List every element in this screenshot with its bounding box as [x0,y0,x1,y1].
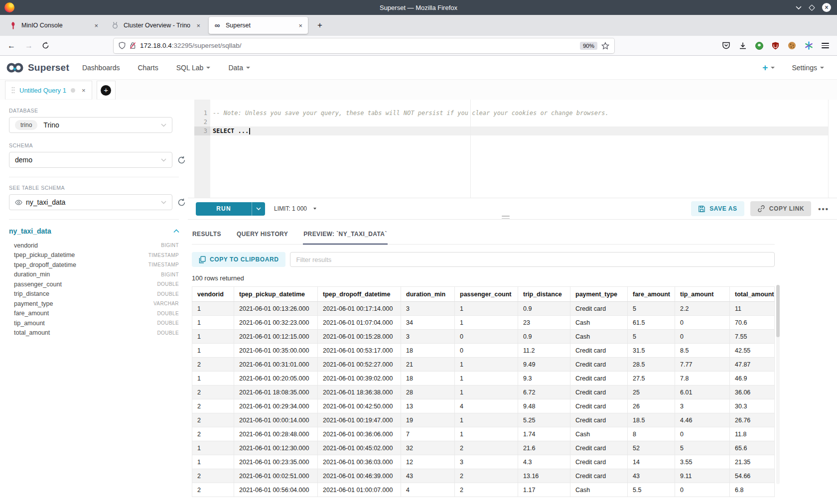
table-cell: Credit card [570,441,628,455]
ublock-icon[interactable] [772,42,779,50]
settings-menu[interactable]: Settings [792,64,824,72]
table-cell: 5 [628,302,675,316]
back-button[interactable]: ← [4,39,19,53]
add-query-tab-button[interactable]: + [97,81,116,100]
sql-editor[interactable]: 123 -- Note: Unless you save your query,… [194,100,829,198]
table-cell: 1 [192,344,234,358]
column-header[interactable]: payment_type [570,287,628,302]
schema-select[interactable]: demo [9,152,172,168]
editor-code: -- Note: Unless you save your query, the… [210,100,828,198]
table-cell: 3 [401,302,455,316]
browser-tab-minio[interactable]: MinIO Console × [4,17,104,34]
database-select[interactable]: trino Trino [9,117,172,133]
table-cell: 2021-06-01 00:36:06.000 [318,427,401,441]
reload-button[interactable] [38,39,53,53]
table-cell: 4.3 [518,455,570,469]
run-options-caret[interactable] [252,202,265,216]
results-tab-2[interactable]: PREVIEW: `NY_TAXI_DATA` [303,228,388,244]
table-cell: 2 [192,358,234,372]
results-table: vendoridtpep_pickup_datetimetpep_dropoff… [192,286,775,497]
tab-close-icon[interactable]: × [297,22,303,29]
table-cell: 2021-06-01 00:52:27.000 [318,358,401,372]
superset-brand[interactable]: Superset [6,62,69,74]
scrollbar-thumb[interactable] [776,285,780,337]
column-header[interactable]: fare_amount [628,287,675,302]
schema-columns: vendoridBIGINTtpep_pickup_datetimeTIMEST… [9,241,179,338]
table-cell: 1 [192,441,234,455]
filter-results-input[interactable] [290,252,775,267]
results-scrollbar[interactable] [776,285,780,484]
results-tab-0[interactable]: RESULTS [192,228,222,244]
save-as-button[interactable]: SAVE AS [691,201,744,216]
results-tab-1[interactable]: QUERY HISTORY [236,228,288,244]
nav-item-dashboards[interactable]: Dashboards [82,64,120,72]
copy-link-button[interactable]: COPY LINK [750,201,812,216]
table-schema-title: ny_taxi_data [9,227,51,235]
table-cell: 7.55 [730,330,775,344]
column-header[interactable]: tpep_dropoff_datetime [318,287,401,302]
table-cell: 4.46 [675,413,730,427]
table-cell: 1 [192,330,234,344]
table-cell: 2021-06-01 00:13:26.000 [234,302,318,316]
nav-item-charts[interactable]: Charts [138,64,158,72]
table-cell: 1 [455,427,518,441]
code-line [210,118,828,126]
run-button[interactable]: RUN [196,202,265,216]
column-header[interactable]: duration_min [401,287,455,302]
downloads-icon[interactable] [739,42,747,50]
table-eye-icon [15,200,22,205]
superset-navbar: Superset Dashboards Charts SQL Lab Data … [0,56,837,80]
column-header[interactable]: tip_amount [675,287,730,302]
table-select[interactable]: ny_taxi_data [9,194,172,210]
insecure-lock-icon[interactable] [130,42,136,49]
window-close-icon[interactable]: × [822,3,831,12]
table-cell: 11 [730,302,775,316]
copy-to-clipboard-button[interactable]: COPY TO CLIPBOARD [192,252,285,267]
browser-tab-superset[interactable]: ∞ Superset × [209,17,308,34]
tracking-shield-icon[interactable] [119,42,126,49]
window-minimize-icon[interactable] [796,6,802,9]
add-new-menu[interactable]: + [762,63,775,72]
query-tab-close-icon[interactable]: × [82,87,86,94]
code-line: -- Note: Unless you save your query, the… [210,109,828,118]
browser-toolbar: ← → 172.18.0.4:32295/superset/sqllab/ [0,36,837,56]
tab-close-icon[interactable]: × [195,22,201,29]
tab-close-icon[interactable]: × [93,22,99,29]
new-tab-button[interactable]: + [312,18,327,33]
window-maximize-icon[interactable] [809,4,815,11]
browser-tab-trino[interactable]: Cluster Overview - Trino × [107,17,206,34]
bookmark-star-icon[interactable] [601,42,609,50]
table-cell: 8.5 [675,344,730,358]
column-header[interactable]: vendorid [192,287,234,302]
menu-icon[interactable] [822,43,829,48]
column-header[interactable]: passenger_count [455,287,518,302]
table-cell: 2 [192,427,234,441]
collapse-table-icon[interactable] [173,229,179,233]
zoom-level-badge[interactable]: 90% [580,42,597,50]
refresh-tables-icon[interactable] [177,198,186,207]
column-header[interactable]: tpep_pickup_datetime [234,287,318,302]
column-header[interactable]: total_amount [730,287,775,302]
forward-button[interactable]: → [21,39,36,53]
url-bar[interactable]: 172.18.0.4:32295/superset/sqllab/ 90% [114,38,614,53]
limit-dropdown[interactable]: LIMIT: 1 000 [274,205,316,212]
pocket-icon[interactable] [722,41,730,50]
nav-item-data[interactable]: Data [228,64,250,72]
refresh-schemas-icon[interactable] [177,156,186,164]
cookie-extension-icon[interactable] [788,41,796,50]
panel-resize-handle[interactable] [502,216,510,219]
table-cell: Cash [570,483,628,497]
firefox-logo-icon [4,2,14,12]
nav-item-sql-lab[interactable]: SQL Lab [176,64,211,72]
table-cell: 18 [401,372,455,385]
query-tab[interactable]: Untitled Query 1 × [5,81,92,100]
table-cell: 2021-06-01 00:53:17.000 [318,344,401,358]
more-actions-button[interactable]: ••• [818,205,829,213]
table-cell: 18.5 [628,413,675,427]
extension-colorful-icon[interactable] [805,41,813,50]
drag-grip-icon[interactable] [11,87,15,94]
column-header[interactable]: trip_distance [518,287,570,302]
table-cell: 1.17 [518,483,570,497]
table-cell: 9.11 [675,469,730,483]
extension-green-icon[interactable] [755,42,763,50]
